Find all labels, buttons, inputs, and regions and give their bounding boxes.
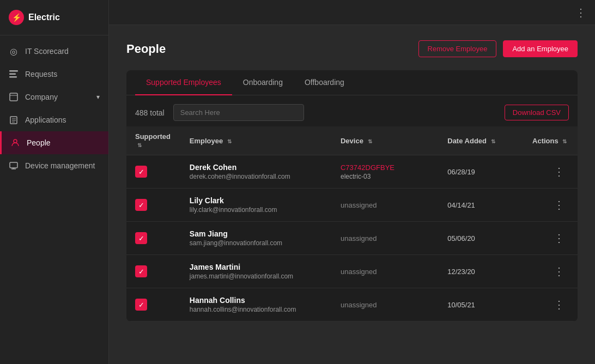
employee-email: james.martini@innovationforall.com xyxy=(190,272,323,280)
page-title: People xyxy=(126,42,166,56)
top-bar: ⋮ xyxy=(109,0,595,25)
actions-cell: ⋮ xyxy=(524,189,578,222)
sort-icon-device: ⇅ xyxy=(368,138,372,144)
supported-cell: ✓ xyxy=(126,155,181,189)
employee-cell: Lily Clark lily.clark@innovationforall.c… xyxy=(181,189,332,222)
download-csv-button[interactable]: Download CSV xyxy=(505,105,569,120)
date-added-cell: 05/06/20 xyxy=(439,222,524,255)
employee-email: hannah.collins@innovationforall.com xyxy=(190,306,323,313)
table-toolbar: 488 total Download CSV xyxy=(126,95,578,126)
employee-cell: Hannah Collins hannah.collins@innovation… xyxy=(181,288,332,321)
sidebar-item-requests[interactable]: Requests xyxy=(0,63,108,86)
sidebar-label-requests: Requests xyxy=(25,70,57,78)
row-actions-button[interactable]: ⋮ xyxy=(549,298,569,311)
sidebar-item-people[interactable]: People xyxy=(0,131,108,154)
employee-email: derek.cohen@innovationforall.com xyxy=(190,173,323,180)
col-header-date-added[interactable]: Date Added ⇅ xyxy=(439,126,524,155)
sidebar-label-scorecard: IT Scorecard xyxy=(25,47,69,56)
svg-point-9 xyxy=(14,139,17,143)
requests-icon xyxy=(9,69,19,79)
col-header-supported[interactable]: Supported ⇅ xyxy=(126,126,181,155)
actions-cell: ⋮ xyxy=(524,255,578,288)
table-header-row: Supported ⇅ Employee ⇅ Device ⇅ Date A xyxy=(126,126,578,155)
supported-checkbox[interactable]: ✓ xyxy=(135,232,147,244)
supported-cell: ✓ xyxy=(126,189,181,222)
sidebar-item-applications[interactable]: Applications xyxy=(0,108,108,131)
header-actions: Remove Employee Add an Employee xyxy=(418,40,578,57)
sort-icon-supported: ⇅ xyxy=(137,142,142,148)
svg-rect-1 xyxy=(9,74,16,75)
svg-rect-0 xyxy=(9,70,18,72)
app-name: Electric xyxy=(28,13,60,22)
sidebar-item-company[interactable]: Company ▾ xyxy=(0,86,108,108)
chevron-down-icon: ▾ xyxy=(96,93,100,101)
people-icon xyxy=(10,138,20,148)
col-header-employee[interactable]: Employee ⇅ xyxy=(181,126,332,155)
row-actions-button[interactable]: ⋮ xyxy=(549,265,569,278)
total-count: 488 total xyxy=(135,108,165,117)
employee-cell: Derek Cohen derek.cohen@innovationforall… xyxy=(181,155,332,189)
supported-cell: ✓ xyxy=(126,288,181,321)
people-table-card: Supported Employees Onboarding Offboardi… xyxy=(126,70,578,321)
tabs-bar: Supported Employees Onboarding Offboardi… xyxy=(126,70,578,95)
scorecard-icon: ◎ xyxy=(9,46,19,56)
device-unassigned: unassigned xyxy=(341,234,377,242)
employee-cell: James Martini james.martini@innovationfo… xyxy=(181,255,332,288)
date-added-cell: 12/23/20 xyxy=(439,255,524,288)
sidebar-item-device-management[interactable]: Device management xyxy=(0,154,108,177)
page-content: People Remove Employee Add an Employee S… xyxy=(109,25,595,364)
supported-checkbox[interactable]: ✓ xyxy=(135,299,147,311)
sort-icon-date: ⇅ xyxy=(491,138,495,144)
row-actions-button[interactable]: ⋮ xyxy=(549,198,569,211)
device-sub: electric-03 xyxy=(341,173,430,180)
employee-name[interactable]: Sam Jiang xyxy=(190,229,323,238)
sidebar-label-company: Company xyxy=(25,93,58,101)
supported-checkbox[interactable]: ✓ xyxy=(135,199,147,211)
svg-rect-2 xyxy=(9,76,17,78)
employee-cell: Sam Jiang sam.jiang@innovationforall.com xyxy=(181,222,332,255)
applications-icon xyxy=(9,115,19,125)
supported-checkbox[interactable]: ✓ xyxy=(135,166,147,178)
actions-cell: ⋮ xyxy=(524,222,578,255)
actions-cell: ⋮ xyxy=(524,155,578,189)
device-cell: unassigned xyxy=(332,189,439,222)
employee-email: lily.clark@innovationforall.com xyxy=(190,206,323,214)
sidebar-label-people: People xyxy=(27,138,51,147)
remove-employee-button[interactable]: Remove Employee xyxy=(418,40,497,57)
table-row: ✓ Hannah Collins hannah.collins@innovati… xyxy=(126,288,578,321)
employee-name[interactable]: Derek Cohen xyxy=(190,163,323,172)
sort-icon-actions: ⇅ xyxy=(562,138,567,144)
employee-name[interactable]: Hannah Collins xyxy=(190,296,323,305)
date-added-cell: 06/28/19 xyxy=(439,155,524,189)
table-row: ✓ Derek Cohen derek.cohen@innovationfora… xyxy=(126,155,578,189)
date-added-cell: 04/14/21 xyxy=(439,189,524,222)
tab-onboarding[interactable]: Onboarding xyxy=(232,70,294,95)
supported-cell: ✓ xyxy=(126,255,181,288)
employee-name[interactable]: Lily Clark xyxy=(190,196,323,205)
actions-cell: ⋮ xyxy=(524,288,578,321)
device-unassigned: unassigned xyxy=(341,268,377,276)
main-content: ⋮ People Remove Employee Add an Employee… xyxy=(109,0,595,364)
employees-table: Supported ⇅ Employee ⇅ Device ⇅ Date A xyxy=(126,126,578,321)
sort-icon-employee: ⇅ xyxy=(227,138,232,144)
company-icon xyxy=(9,92,19,102)
logo: ⚡ Electric xyxy=(0,0,108,35)
logo-icon: ⚡ xyxy=(9,10,24,25)
search-input[interactable] xyxy=(173,104,304,121)
sidebar: ⚡ Electric ◎ IT Scorecard Requests xyxy=(0,0,109,364)
device-cell: unassigned xyxy=(332,222,439,255)
row-actions-button[interactable]: ⋮ xyxy=(549,165,569,178)
add-employee-button[interactable]: Add an Employee xyxy=(503,40,578,57)
top-bar-menu-icon[interactable]: ⋮ xyxy=(575,6,586,19)
supported-checkbox[interactable]: ✓ xyxy=(135,265,147,277)
device-cell: unassigned xyxy=(332,288,439,321)
col-header-device[interactable]: Device ⇅ xyxy=(332,126,439,155)
tab-supported-employees[interactable]: Supported Employees xyxy=(135,70,232,95)
sidebar-label-applications: Applications xyxy=(25,116,66,124)
employee-name[interactable]: James Martini xyxy=(190,263,323,271)
sidebar-label-device: Device management xyxy=(25,161,95,170)
device-link[interactable]: C73742DGFBYE xyxy=(341,163,430,172)
row-actions-button[interactable]: ⋮ xyxy=(549,232,569,245)
sidebar-item-scorecard[interactable]: ◎ IT Scorecard xyxy=(0,40,108,63)
tab-offboarding[interactable]: Offboarding xyxy=(294,70,355,95)
